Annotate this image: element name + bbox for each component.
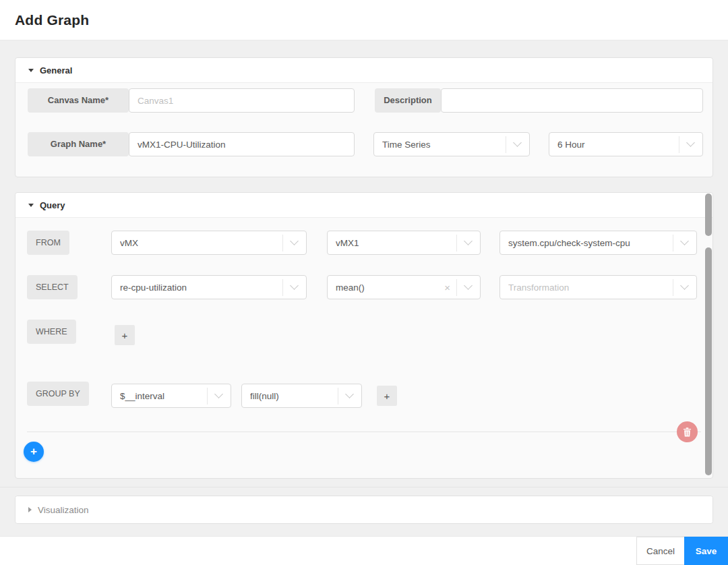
query-section-header[interactable]: Query [16, 193, 712, 218]
query-item-divider [27, 432, 701, 432]
canvas-name-label: Canvas Name* [28, 88, 129, 113]
caret-down-icon [28, 69, 34, 72]
transformation-placeholder: Transformation [508, 282, 673, 293]
chevron-down-icon [289, 286, 299, 289]
graph-name-input[interactable] [129, 132, 355, 156]
where-add-button[interactable]: + [115, 325, 135, 345]
select-divider [207, 388, 208, 405]
from-device-select[interactable]: vMX1 [327, 231, 481, 255]
select-divider [679, 136, 679, 153]
select-divider [338, 388, 338, 405]
from-device-value: vMX1 [336, 238, 456, 248]
from-device-type-select[interactable]: vMX [111, 231, 307, 255]
general-section-header[interactable]: General [16, 58, 712, 83]
select-divider [456, 279, 457, 296]
dialog-header: Add Graph [0, 0, 728, 40]
save-button[interactable]: Save [684, 537, 728, 565]
scrollbar-thumb[interactable] [705, 194, 712, 236]
chevron-down-icon [214, 394, 224, 397]
chevron-down-icon [679, 286, 690, 289]
plus-icon: + [30, 445, 37, 458]
graph-name-label: Graph Name* [28, 132, 129, 156]
aggregation-value: mean() [336, 282, 444, 293]
description-input[interactable] [441, 88, 703, 113]
group-by-add-button[interactable]: + [377, 386, 397, 406]
add-query-button[interactable]: + [24, 442, 44, 462]
dialog-footer: Cancel Save [0, 536, 728, 565]
chevron-down-icon [289, 241, 299, 244]
visualization-section: Visualization [15, 496, 713, 524]
query-section-title: Query [40, 200, 65, 210]
page-title: Add Graph [15, 12, 89, 28]
select-divider [673, 235, 673, 251]
query-section: Query FROM vMX vMX1 system.cpu/check-sys… [15, 192, 713, 479]
section-divider [0, 487, 728, 487]
select-divider [673, 279, 673, 296]
chevron-down-icon [463, 241, 473, 244]
caret-right-icon [28, 507, 32, 512]
from-device-type-value: vMX [120, 238, 282, 248]
select-divider [506, 136, 506, 153]
select-divider [456, 235, 457, 251]
chevron-down-icon [686, 143, 696, 146]
chevron-down-icon [463, 286, 473, 289]
select-label: SELECT [27, 275, 78, 299]
visualization-section-header[interactable]: Visualization [16, 496, 712, 523]
general-section-title: General [40, 65, 72, 76]
graph-type-value: Time Series [382, 140, 506, 150]
group-by-interval-value: $__interval [120, 391, 207, 401]
plus-icon: + [122, 330, 128, 341]
select-field-value: re-cpu-utilization [120, 282, 282, 293]
group-by-fill-select[interactable]: fill(null) [241, 384, 362, 408]
general-row-2: Graph Name* Time Series 6 Hour [16, 132, 712, 156]
aggregation-select[interactable]: mean() × [327, 275, 481, 299]
group-by-fill-value: fill(null) [250, 391, 338, 401]
chevron-down-icon [344, 394, 355, 397]
time-range-select[interactable]: 6 Hour [549, 132, 703, 156]
group-by-interval-select[interactable]: $__interval [111, 384, 231, 408]
select-field-select[interactable]: re-cpu-utilization [111, 275, 307, 299]
visualization-section-title: Visualization [38, 505, 89, 515]
where-label: WHERE [27, 320, 76, 344]
from-measurement-select[interactable]: system.cpu/check-system-cpu [499, 231, 697, 255]
general-row-1: Canvas Name* Description [16, 88, 712, 113]
trash-icon [683, 427, 692, 437]
chevron-down-icon [679, 241, 690, 244]
plus-icon: + [384, 390, 390, 402]
canvas-name-input[interactable] [129, 88, 355, 113]
from-measurement-value: system.cpu/check-system-cpu [508, 238, 673, 248]
graph-type-select[interactable]: Time Series [373, 132, 530, 156]
clear-icon[interactable]: × [444, 282, 450, 293]
cancel-button[interactable]: Cancel [636, 537, 685, 565]
general-section: General Canvas Name* Description Graph N… [15, 57, 713, 177]
chevron-down-icon [512, 143, 522, 146]
transformation-select[interactable]: Transformation [499, 275, 697, 299]
description-label: Description [375, 88, 441, 113]
select-divider [282, 279, 283, 296]
time-range-value: 6 Hour [557, 140, 679, 150]
select-divider [282, 235, 283, 251]
caret-down-icon [28, 204, 34, 207]
from-label: FROM [27, 231, 69, 255]
query-scrollbar-thumb[interactable] [705, 247, 712, 475]
group-by-label: GROUP BY [27, 382, 89, 406]
delete-query-button[interactable] [677, 421, 698, 442]
